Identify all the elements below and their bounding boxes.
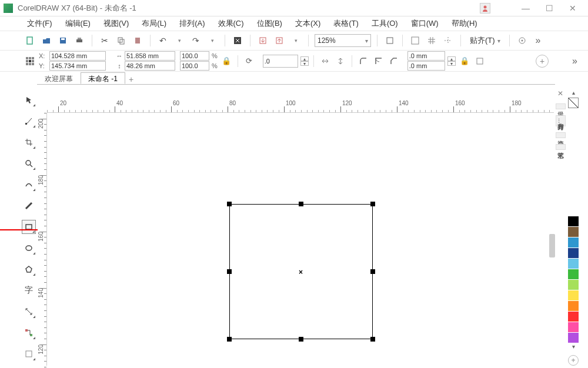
dimension-tool-icon[interactable] [22,305,36,319]
menu-edit[interactable]: 编辑(E) [62,17,94,30]
show-grid-icon[interactable] [425,34,438,47]
paste-icon[interactable] [131,34,144,47]
palette-scroll-down-icon[interactable]: ▾ [572,343,575,352]
connector-tool-icon[interactable] [22,326,36,340]
ellipse-tool-icon[interactable] [22,241,36,255]
corner-radius-2-field[interactable]: .0 mm [407,61,445,71]
color-swatch[interactable] [568,259,579,269]
lock-ratio-icon[interactable]: 🔒 [220,55,233,68]
export-icon[interactable] [273,34,286,47]
undo-dropdown-icon[interactable]: ▾ [173,34,186,47]
docker-transform[interactable]: 变换 [556,132,566,138]
export-dropdown-icon[interactable]: ▾ [289,34,302,47]
palette-add-button[interactable]: + [568,355,579,366]
add-preset-button[interactable]: + [536,55,549,68]
menu-file[interactable]: 文件(F) [24,17,56,30]
width-field[interactable]: 51.858 mm [125,51,175,61]
x-position-field[interactable]: 104.528 mm [49,51,106,61]
text-tool-icon[interactable]: 字 [22,283,36,297]
docker-hints[interactable]: 提示 [556,103,566,109]
minimize-button[interactable]: — [514,1,537,15]
color-swatch[interactable] [568,312,579,322]
corner-stepper[interactable]: ▴▾ [447,56,456,66]
vertical-ruler[interactable]: 200 180 160 140 120 [38,113,47,366]
polygon-tool-icon[interactable] [22,262,36,276]
open-icon[interactable] [40,34,53,47]
rotation-angle-field[interactable]: .0 [263,55,298,68]
interactive-tool-icon[interactable] [22,347,36,361]
drawing-canvas[interactable]: × [47,113,554,366]
menu-bitmaps[interactable]: 位图(B) [253,17,286,30]
artistic-media-tool-icon[interactable] [22,199,36,213]
copy-icon[interactable] [115,34,128,47]
snap-to-combo[interactable]: 贴齐(T) ▾ [467,34,503,47]
corner-round-icon[interactable] [357,55,370,68]
freehand-tool-icon[interactable] [22,178,36,192]
scale-x-field[interactable]: 100.0 [180,51,209,61]
redo-icon[interactable]: ↷ [189,34,202,47]
color-swatch[interactable] [568,322,579,333]
search-content-icon[interactable] [231,34,244,47]
object-origin-icon[interactable] [24,55,36,68]
show-guides-icon[interactable] [442,34,455,47]
height-field[interactable]: 48.26 mm [125,61,175,71]
color-swatch[interactable] [568,237,579,248]
save-icon[interactable] [56,34,69,47]
vertical-scrollbar-thumb[interactable] [549,234,555,257]
corner-chamfer-icon[interactable] [387,55,400,68]
cut-icon[interactable]: ✂ [98,34,111,47]
scale-y-field[interactable]: 100.0 [180,61,209,71]
undo-icon[interactable]: ↶ [156,34,169,47]
new-doc-icon[interactable] [24,34,36,47]
mirror-vertical-icon[interactable] [334,55,347,68]
show-rulers-icon[interactable] [409,34,422,47]
fullscreen-icon[interactable] [383,34,396,47]
color-swatch[interactable] [568,248,579,259]
corner-radius-1-field[interactable]: .0 mm [407,51,445,61]
menu-text[interactable]: 文本(X) [292,17,324,30]
relative-corner-icon[interactable] [473,55,486,68]
propbar-overflow-icon[interactable]: » [569,56,581,66]
import-icon[interactable] [256,34,269,47]
docker-close-icon[interactable]: ✕ [557,89,563,98]
menu-window[interactable]: 窗口(W) [407,17,442,30]
shape-tool-icon[interactable] [22,114,36,128]
no-fill-swatch[interactable] [568,98,579,108]
user-account-icon[interactable] [480,3,490,14]
pick-tool-icon[interactable] [22,93,36,107]
menu-layout[interactable]: 布局(L) [138,17,170,30]
toolbar-overflow-icon[interactable]: » [532,35,544,46]
color-swatch[interactable] [568,290,579,301]
y-position-field[interactable]: 145.734 mm [49,61,106,71]
menu-effects[interactable]: 效果(C) [215,17,248,30]
add-tab-button[interactable]: + [125,75,137,84]
color-swatch[interactable] [568,269,579,280]
tab-welcome[interactable]: 欢迎屏幕 [37,72,81,84]
print-icon[interactable] [73,34,86,47]
menu-help[interactable]: 帮助(H) [448,17,481,30]
menu-table[interactable]: 表格(T) [330,17,362,30]
menu-arrange[interactable]: 排列(A) [176,17,208,30]
palette-scroll-up-icon[interactable]: ▴ [572,89,575,98]
docker-artistic[interactable]: 艺术笔 [556,144,566,150]
color-swatch[interactable] [568,216,579,227]
docker-align[interactable]: 对齐与分布... [556,115,566,126]
tab-doc1[interactable]: 未命名 -1 [81,72,125,84]
rectangle-tool-icon[interactable] [22,220,36,234]
crop-tool-icon[interactable] [22,135,36,149]
mirror-horizontal-icon[interactable] [319,55,332,68]
color-swatch[interactable] [568,333,579,343]
close-button[interactable]: ✕ [561,1,584,15]
zoom-tool-icon[interactable] [22,156,36,170]
corner-scallop-icon[interactable] [372,55,385,68]
color-swatch[interactable] [568,301,579,312]
angle-stepper[interactable]: ▴▾ [300,56,309,66]
menu-tools[interactable]: 工具(O) [368,17,402,30]
options-icon[interactable] [516,34,529,47]
maximize-button[interactable]: ☐ [537,1,561,15]
lock-corners-icon[interactable]: 🔒 [458,55,471,68]
color-swatch[interactable] [568,280,579,290]
menu-view[interactable]: 视图(V) [100,17,132,30]
horizontal-ruler[interactable]: 20 40 60 80 100 120 140 160 180 [47,100,554,113]
zoom-level-combo[interactable]: 125% ▾ [315,34,371,47]
